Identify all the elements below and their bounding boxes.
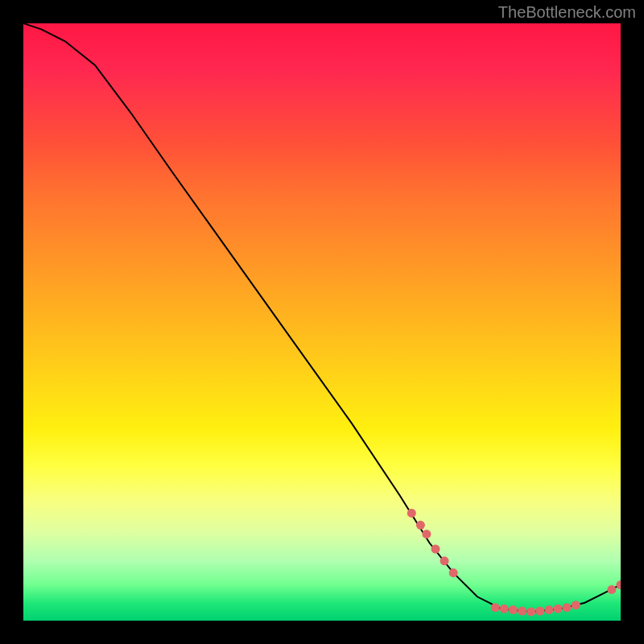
data-marker xyxy=(518,607,526,616)
data-marker xyxy=(535,607,544,616)
bottleneck-curve xyxy=(23,23,621,612)
data-marker xyxy=(440,556,449,565)
data-marker xyxy=(431,545,440,554)
data-marker xyxy=(545,605,554,614)
plot-area xyxy=(23,23,621,621)
data-marker xyxy=(422,530,431,539)
data-marker xyxy=(572,601,580,609)
attribution-text: TheBottleneck.com xyxy=(498,3,636,22)
data-marker xyxy=(449,568,458,577)
data-marker xyxy=(554,605,563,613)
data-marker xyxy=(617,580,621,589)
data-marker xyxy=(509,605,518,614)
data-marker xyxy=(607,585,616,594)
data-marker xyxy=(407,509,416,518)
data-marker xyxy=(500,605,509,613)
data-marker xyxy=(416,521,425,530)
data-marker xyxy=(526,607,535,616)
chart-overlay xyxy=(23,23,621,621)
data-marker xyxy=(491,603,500,612)
data-marker xyxy=(563,603,572,612)
